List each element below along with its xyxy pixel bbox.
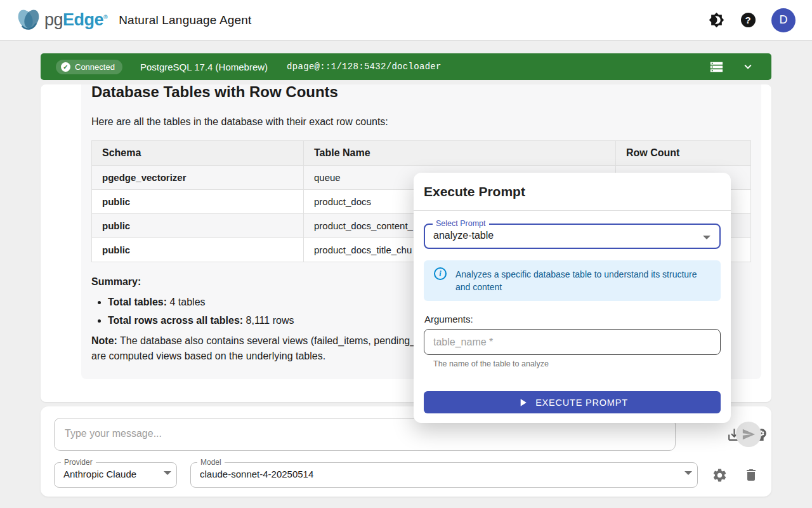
send-icon xyxy=(742,427,756,441)
logo-text-pg: pg xyxy=(44,10,63,29)
dark-mode-icon xyxy=(709,12,724,28)
provider-select-label: Provider xyxy=(61,458,96,467)
prompt-select-value: analyze-table xyxy=(433,230,494,241)
gear-icon xyxy=(712,467,728,483)
dropdown-arrow-icon xyxy=(164,471,171,475)
send-button[interactable] xyxy=(736,422,761,447)
dialog-divider xyxy=(414,210,731,211)
info-icon: i xyxy=(434,267,447,280)
storage-icon xyxy=(709,60,724,74)
connection-bar: ✓ Connected PostgreSQL 17.4 (Homebrew) d… xyxy=(41,53,771,80)
chevron-down-icon xyxy=(741,60,755,74)
column-header-row-count: Row Count xyxy=(616,141,751,166)
message-intro: Here are all the tables in the database … xyxy=(91,116,751,128)
model-select-label: Model xyxy=(197,458,225,467)
prompt-select[interactable]: Select Prompt analyze-table xyxy=(424,224,721,249)
prompt-description-alert: i Analyzes a specific database table to … xyxy=(424,260,721,301)
connection-list-button[interactable] xyxy=(708,58,724,75)
page-title: Natural Language Agent xyxy=(119,13,251,27)
table-name-input[interactable] xyxy=(424,329,721,355)
execute-prompt-button[interactable]: EXECUTE PROMPT xyxy=(424,391,721,413)
execute-prompt-dialog: Execute Prompt Select Prompt analyze-tab… xyxy=(414,173,731,423)
model-select[interactable]: Model claude-sonnet-4-20250514 xyxy=(190,462,698,488)
provider-select-value: Anthropic Claude xyxy=(63,469,136,479)
connection-collapse-button[interactable] xyxy=(740,58,756,75)
argument-helper-text: The name of the table to analyze xyxy=(433,359,549,368)
schema-cell: pgedge_vectorizer xyxy=(92,166,304,190)
server-version-label: PostgreSQL 17.4 (Homebrew) xyxy=(140,62,268,72)
pgedge-logo-icon xyxy=(14,6,43,35)
settings-button[interactable] xyxy=(711,467,728,483)
connection-status-label: Connected xyxy=(75,62,115,72)
play-arrow-icon xyxy=(516,396,529,409)
dropdown-arrow-icon xyxy=(703,236,710,239)
message-heading: Database Tables with Row Counts xyxy=(91,84,751,101)
help-button[interactable]: ? xyxy=(740,12,756,29)
logo-registered-mark: ® xyxy=(103,14,107,20)
dropdown-arrow-icon xyxy=(684,471,692,475)
logo-text-edge: Edge xyxy=(63,10,103,29)
app-bar: pgEdge® Natural Language Agent ? D xyxy=(0,0,812,41)
user-avatar[interactable]: D xyxy=(771,8,796,32)
prompt-select-label: Select Prompt xyxy=(433,219,489,228)
column-header-schema: Schema xyxy=(92,141,304,166)
provider-select[interactable]: Provider Anthropic Claude xyxy=(54,462,177,488)
dialog-title: Execute Prompt xyxy=(424,184,721,199)
pgedge-logo: pgEdge® xyxy=(14,6,107,35)
connection-string: dpage@::1/128:5432/docloader xyxy=(287,62,442,72)
schema-cell: public xyxy=(92,190,304,214)
schema-cell: public xyxy=(92,214,304,238)
connection-status-badge: ✓ Connected xyxy=(56,60,122,74)
trash-icon xyxy=(743,467,759,483)
column-header-table-name: Table Name xyxy=(304,141,616,166)
table-header-row: Schema Table Name Row Count xyxy=(92,141,751,166)
prompt-description-text: Analyzes a specific database table to un… xyxy=(455,268,709,294)
help-icon: ? xyxy=(741,13,756,27)
app: pgEdge® Natural Language Agent ? D ✓ Con… xyxy=(0,0,812,508)
schema-cell: public xyxy=(92,238,304,262)
check-circle-icon: ✓ xyxy=(61,62,70,72)
arguments-label: Arguments: xyxy=(424,314,473,324)
clear-chat-button[interactable] xyxy=(743,467,759,483)
theme-toggle-button[interactable] xyxy=(708,12,724,29)
model-select-value: claude-sonnet-4-20250514 xyxy=(200,469,313,479)
